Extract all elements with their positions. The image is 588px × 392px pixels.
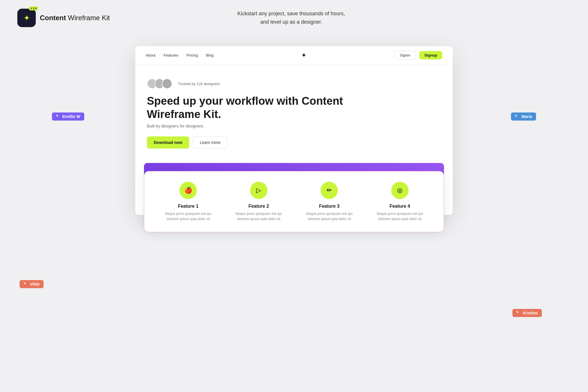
nav-link-features[interactable]: Features <box>164 53 178 57</box>
logo-text-regular: Wireframe Kit <box>66 14 110 22</box>
download-button[interactable]: Download now <box>147 136 189 149</box>
feature-3-title: Feature 3 <box>319 204 340 209</box>
feature-item-3: ✏ Feature 3 Neque porro quisquam est qui… <box>300 182 358 222</box>
top-bar: ✦ V 1.0 Content Wireframe Kit Kickstart … <box>0 0 588 27</box>
preview-wrapper: About Features Pricing Blog ✦ Signin Sig… <box>135 46 453 215</box>
trusted-row: Trusted by 12k designers <box>147 78 441 89</box>
feature-3-icon: ✏ <box>321 182 338 199</box>
feature-item-1: 🍎 Feature 1 Neque porro quisquam est qui… <box>159 182 217 222</box>
avatar-group <box>147 78 169 89</box>
svg-marker-3 <box>516 311 519 313</box>
nav-center-icon: ✦ <box>301 52 306 59</box>
nav-link-blog[interactable]: Blog <box>206 53 214 57</box>
top-tagline: Kickstart any project, save thousands of… <box>237 10 345 26</box>
feature-item-4: ◎ Feature 4 Neque porro quisquam est qui… <box>371 182 429 222</box>
cursor-kristine-label: Kristine <box>523 311 538 315</box>
cursor-vilde-label: Vilde <box>30 282 40 286</box>
logo-icon: ✦ V 1.0 <box>17 9 36 27</box>
logo-text: Content Wireframe Kit <box>40 14 110 22</box>
feature-3-desc: Neque porro quisquam est qui dolorem ips… <box>300 211 358 222</box>
cursor-emillie: Emillie W <box>52 112 84 121</box>
signup-button[interactable]: Signup <box>419 51 442 59</box>
nav-actions: Signin Signup <box>394 51 442 60</box>
cursor-vilde: Vilde <box>20 280 44 288</box>
feature-4-title: Feature 4 <box>389 204 410 209</box>
learn-more-button[interactable]: Learn more <box>193 136 228 149</box>
logo-area: ✦ V 1.0 Content Wireframe Kit <box>17 9 110 27</box>
feature-card: 🍎 Feature 1 Neque porro quisquam est qui… <box>144 171 444 232</box>
feature-4-icon: ◎ <box>391 182 409 199</box>
feature-1-icon: 🍎 <box>179 182 197 199</box>
feature-1-title: Feature 1 <box>178 204 199 209</box>
nav-link-pricing[interactable]: Pricing <box>186 53 198 57</box>
logo-star-icon: ✦ <box>23 13 30 23</box>
version-badge: V 1.0 <box>29 6 38 10</box>
nav-link-about[interactable]: About <box>146 53 156 57</box>
signin-button[interactable]: Signin <box>394 51 416 60</box>
site-navbar: About Features Pricing Blog ✦ Signin Sig… <box>135 46 453 65</box>
cursor-maria-arrow-icon <box>515 115 519 119</box>
feature-item-2: ▷ Feature 2 Neque porro quisquam est qui… <box>230 182 288 222</box>
cursor-kristine-arrow-icon <box>516 311 520 315</box>
cursor-maria: Maria <box>511 112 536 121</box>
cursor-emillie-label: Emillie W <box>62 114 80 119</box>
cursor-kristine: Kristine <box>512 309 542 317</box>
cursor-vilde-arrow-icon <box>24 282 28 286</box>
avatar-3 <box>162 78 172 89</box>
svg-marker-2 <box>24 282 26 284</box>
cursor-emillie-arrow-icon <box>56 115 60 119</box>
svg-marker-0 <box>56 115 58 117</box>
feature-2-title: Feature 2 <box>248 204 269 209</box>
feature-cards-wrapper: 🍎 Feature 1 Neque porro quisquam est qui… <box>144 171 444 232</box>
feature-2-desc: Neque porro quisquam est qui dolorem ips… <box>230 211 288 222</box>
hero-title: Speed up your workflow with Content Wire… <box>147 95 349 121</box>
hero-buttons: Download now Learn more <box>147 136 441 149</box>
feature-4-desc: Neque porro quisquam est qui dolorem ips… <box>371 211 429 222</box>
nav-links: About Features Pricing Blog <box>146 53 214 57</box>
svg-marker-1 <box>515 115 517 117</box>
feature-2-icon: ▷ <box>250 182 267 199</box>
feature-1-desc: Neque porro quisquam est qui dolorem ips… <box>159 211 217 222</box>
logo-text-bold: Content <box>40 14 66 22</box>
cursor-maria-label: Maria <box>521 114 532 119</box>
trusted-text: Trusted by 12k designers <box>178 82 220 86</box>
hero-subtitle: Built by designers for designers. <box>147 124 441 128</box>
